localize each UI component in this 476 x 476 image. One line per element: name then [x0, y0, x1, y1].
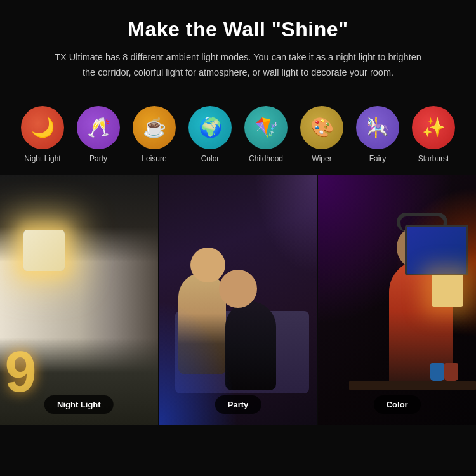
- mode-circle-color: 🌍: [188, 106, 232, 149]
- page-title: Make the Wall "Shine": [38, 18, 438, 41]
- mode-circle-fairy: 🎠: [356, 106, 399, 149]
- panel-night-label: Night Light: [44, 395, 114, 414]
- purple-ambient: [254, 175, 317, 275]
- desk: [349, 381, 476, 390]
- mode-label-leisure: Leisure: [142, 154, 166, 163]
- wall-digit: 9: [4, 343, 36, 400]
- panel-color-label: Color: [374, 395, 421, 414]
- mode-label-night: Night Light: [24, 154, 60, 163]
- panel-night-light: 9 Night Light: [0, 175, 158, 425]
- monitor: [405, 225, 468, 275]
- panel-party-label: Party: [215, 395, 261, 414]
- mode-circle-leisure: ☕: [133, 106, 176, 149]
- top-section: Make the Wall "Shine" TX Ultimate has 8 …: [0, 0, 476, 106]
- panel-color: Color: [318, 175, 476, 425]
- mode-party[interactable]: 🥂 Party: [74, 106, 123, 163]
- panel-party: Party: [159, 175, 317, 425]
- mode-circle-childhood: 🪁: [244, 106, 288, 149]
- mode-starburst[interactable]: ✨ Starburst: [409, 106, 458, 163]
- mode-circle-night: 🌙: [21, 106, 64, 149]
- photo-panels: 9 Night Light Party: [0, 175, 476, 425]
- mode-circle-starburst: ✨: [412, 106, 455, 149]
- mode-circle-wiper: 🎨: [300, 106, 343, 149]
- mode-childhood[interactable]: 🪁 Childhood: [241, 106, 291, 163]
- mode-label-starburst: Starburst: [418, 154, 449, 163]
- modes-row: 🌙 Night Light 🥂 Party ☕ Leisure 🌍 Color …: [0, 106, 476, 175]
- subtitle-text: TX Ultimate has 8 different ambient ligh…: [54, 50, 422, 81]
- mode-wiper[interactable]: 🎨 Wiper: [297, 106, 347, 163]
- mode-night-light[interactable]: 🌙 Night Light: [18, 106, 67, 163]
- mode-fairy[interactable]: 🎠 Fairy: [353, 106, 402, 163]
- mode-label-fairy: Fairy: [369, 154, 387, 163]
- screen: [407, 227, 466, 274]
- wall-light-fixture: [432, 275, 463, 307]
- mug1: [430, 363, 444, 381]
- mode-label-party: Party: [89, 154, 107, 163]
- mode-circle-party: 🥂: [77, 106, 120, 149]
- mug2: [444, 363, 458, 381]
- mode-leisure[interactable]: ☕ Leisure: [129, 106, 179, 163]
- mode-label-wiper: Wiper: [312, 154, 331, 163]
- night-light-fixture: [23, 230, 65, 271]
- mode-label-color: Color: [201, 154, 220, 163]
- mode-label-childhood: Childhood: [249, 154, 283, 163]
- mode-color[interactable]: 🌍 Color: [185, 106, 235, 163]
